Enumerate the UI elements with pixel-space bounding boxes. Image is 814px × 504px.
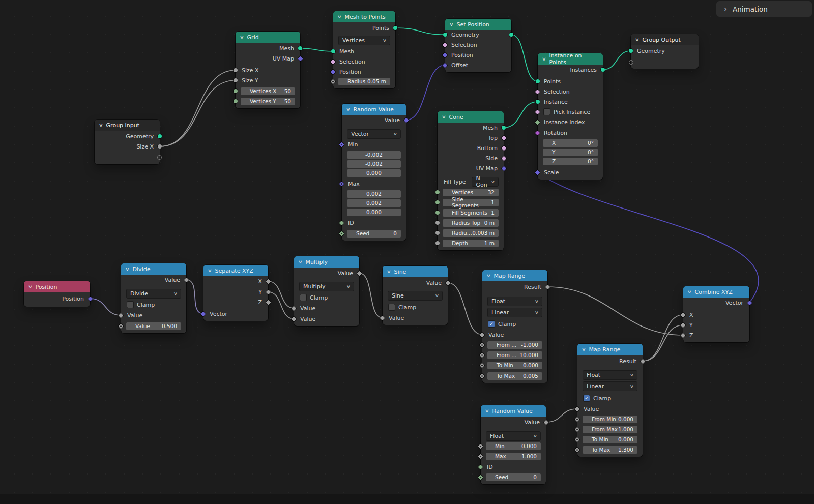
node-random-value-2[interactable]: ∨Random ValueValueFloat∨Min0.000Max1.000… bbox=[481, 405, 546, 484]
checkbox[interactable]: ✓ bbox=[584, 395, 590, 401]
value-field[interactable]: Radius Top0 m bbox=[443, 219, 499, 227]
value-field[interactable]: Max1.000 bbox=[486, 453, 541, 460]
value-field[interactable]: Radiu...0.003 m bbox=[443, 229, 499, 237]
value-field[interactable]: 0.002 bbox=[347, 190, 401, 198]
value-field[interactable]: Depth1 m bbox=[443, 240, 499, 247]
socket-geo[interactable] bbox=[509, 33, 513, 37]
socket-floatd[interactable] bbox=[545, 284, 550, 289]
socket-floatc[interactable] bbox=[435, 221, 440, 225]
socket-intd[interactable] bbox=[478, 475, 483, 480]
value-field[interactable]: 0.000 bbox=[347, 169, 401, 177]
socket-vecd[interactable] bbox=[331, 69, 336, 74]
node-group-output[interactable]: ∨Group OutputGeometry bbox=[631, 34, 699, 69]
node-group-input[interactable]: ∨Group InputGeometrySize X bbox=[95, 120, 160, 164]
dropdown[interactable]: Float∨ bbox=[583, 370, 637, 380]
checkbox[interactable] bbox=[127, 302, 133, 308]
animation-tab[interactable]: › Animation bbox=[716, 1, 812, 17]
socket-intc[interactable] bbox=[435, 190, 440, 194]
socket-geo[interactable] bbox=[601, 68, 605, 72]
node-header[interactable]: ∨Grid bbox=[236, 32, 300, 43]
socket-geo[interactable] bbox=[536, 100, 540, 104]
value-field[interactable]: From Min0.000 bbox=[583, 416, 637, 423]
node-header[interactable]: ∨Separate XYZ bbox=[204, 265, 268, 276]
value-field[interactable]: From ...10.000 bbox=[487, 351, 542, 359]
socket-floatd[interactable] bbox=[446, 280, 451, 285]
socket-boold[interactable] bbox=[331, 59, 336, 64]
value-field[interactable]: To Min0.000 bbox=[487, 362, 542, 369]
node-cone[interactable]: ∨ConeMeshTopBottomSideUV MapFill TypeN-G… bbox=[438, 111, 504, 250]
socket-boold[interactable] bbox=[502, 135, 507, 140]
socket-vecd[interactable] bbox=[502, 166, 507, 171]
socket-floatd[interactable] bbox=[478, 454, 483, 459]
checkbox[interactable] bbox=[544, 109, 550, 115]
node-separate-xyz[interactable]: ∨Separate XYZXYZVector bbox=[204, 265, 268, 321]
node-map-range-2[interactable]: ∨Map RangeResultFloat∨Linear∨✓ClampValue… bbox=[577, 344, 643, 457]
node-header[interactable]: ∨Position bbox=[24, 281, 90, 292]
socket-vecd[interactable] bbox=[201, 311, 206, 316]
node-header[interactable]: ∨Combine XYZ bbox=[683, 286, 749, 298]
checkbox[interactable] bbox=[300, 294, 306, 301]
socket-geo[interactable] bbox=[536, 79, 540, 83]
value-field[interactable]: Side Segments1 bbox=[443, 199, 499, 206]
socket-vecd[interactable] bbox=[88, 296, 93, 301]
socket-floatd[interactable] bbox=[380, 315, 385, 320]
node-header[interactable]: ∨Group Output bbox=[631, 34, 699, 45]
value-field[interactable]: Y0° bbox=[543, 149, 598, 156]
socket-virtual[interactable] bbox=[157, 155, 162, 160]
node-set-position[interactable]: ∨Set PositionGeometrySelectionPositionOf… bbox=[445, 19, 511, 72]
socket-floatd[interactable] bbox=[478, 443, 483, 449]
checkbox[interactable]: ✓ bbox=[488, 321, 495, 327]
socket-geo[interactable] bbox=[298, 46, 302, 50]
socket-floatd[interactable] bbox=[119, 313, 124, 318]
value-field[interactable]: 0.000 bbox=[347, 209, 401, 216]
socket-floatd[interactable] bbox=[641, 359, 646, 364]
socket-geo[interactable] bbox=[443, 33, 447, 37]
socket-boold[interactable] bbox=[443, 42, 448, 47]
node-sine[interactable]: ∨SineValueSine∨ClampValue bbox=[383, 266, 448, 325]
socket-floatd[interactable] bbox=[681, 333, 686, 338]
socket-geo[interactable] bbox=[158, 134, 162, 138]
socket-floatd[interactable] bbox=[575, 437, 580, 442]
socket-intd[interactable] bbox=[339, 220, 344, 225]
node-grid[interactable]: ∨GridMeshUV MapSize XSize YVertices X50V… bbox=[236, 32, 300, 108]
node-header[interactable]: ∨Set Position bbox=[445, 19, 511, 30]
value-field[interactable]: Radius0.05 m bbox=[338, 78, 390, 85]
socket-geo[interactable] bbox=[393, 26, 397, 30]
value-field[interactable]: Vertices X50 bbox=[241, 87, 295, 95]
socket-boold[interactable] bbox=[535, 109, 540, 114]
node-multiply[interactable]: ∨MultiplyValueMultiply∨ClampValueValue bbox=[294, 256, 359, 326]
node-header[interactable]: ∨Map Range bbox=[577, 344, 643, 355]
value-field[interactable]: Seed0 bbox=[347, 230, 401, 238]
socket-floatc[interactable] bbox=[234, 78, 238, 82]
value-field[interactable]: Vertices Y50 bbox=[241, 98, 295, 105]
node-combine-xyz[interactable]: ∨Combine XYZVectorXYZ bbox=[683, 286, 749, 342]
socket-rotd[interactable] bbox=[535, 130, 540, 135]
dropdown[interactable]: Float∨ bbox=[487, 297, 542, 306]
socket-floatd[interactable] bbox=[480, 363, 485, 368]
socket-floatd[interactable] bbox=[184, 277, 189, 282]
socket-floatd[interactable] bbox=[266, 279, 271, 284]
checkbox[interactable] bbox=[389, 304, 395, 310]
socket-intd[interactable] bbox=[339, 231, 344, 236]
socket-floatd[interactable] bbox=[681, 312, 686, 317]
node-mesh-to-points[interactable]: ∨Mesh to PointsPointsVertices∨MeshSelect… bbox=[333, 11, 395, 88]
socket-floatd[interactable] bbox=[575, 406, 580, 411]
socket-floatd[interactable] bbox=[480, 352, 485, 358]
dropdown[interactable]: Float∨ bbox=[486, 431, 541, 441]
node-map-range-1[interactable]: ∨Map RangeResultFloat∨Linear∨✓ClampValue… bbox=[482, 270, 547, 383]
value-field[interactable]: Min0.000 bbox=[486, 442, 541, 450]
socket-floatd[interactable] bbox=[119, 323, 124, 329]
value-field[interactable]: To Min0.000 bbox=[583, 436, 637, 443]
node-random-value-1[interactable]: ∨Random ValueValueVector∨Min-0.002-0.002… bbox=[342, 104, 406, 241]
socket-floatd[interactable] bbox=[544, 420, 549, 425]
socket-floatd[interactable] bbox=[575, 417, 580, 422]
socket-floatd[interactable] bbox=[292, 306, 297, 311]
dropdown[interactable]: N-Gon∨ bbox=[472, 177, 499, 187]
node-header[interactable]: ∨Random Value bbox=[342, 104, 406, 115]
node-header[interactable]: ∨Sine bbox=[383, 266, 448, 277]
socket-boold[interactable] bbox=[502, 156, 507, 161]
dropdown[interactable]: Sine∨ bbox=[388, 291, 443, 301]
socket-intd[interactable] bbox=[478, 464, 483, 469]
socket-intc[interactable] bbox=[234, 99, 238, 103]
socket-floatc[interactable] bbox=[234, 68, 238, 72]
